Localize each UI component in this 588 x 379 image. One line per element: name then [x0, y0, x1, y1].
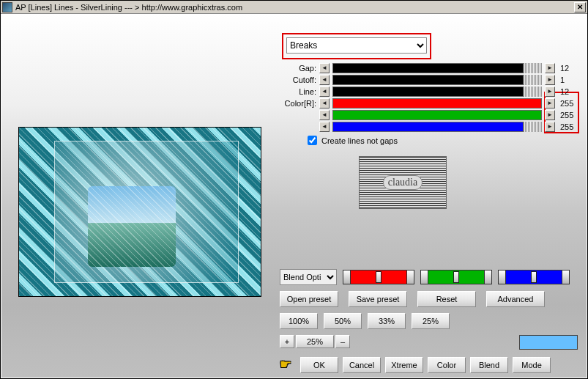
slider-hatched-icon	[523, 87, 542, 97]
zoom-current-button[interactable]: 25%	[296, 335, 334, 348]
titlebar: AP [Lines] Lines - SilverLining --- > ht…	[1, 1, 587, 14]
slider-color-b-inc[interactable]: ►	[545, 122, 555, 132]
slider-color-g-track[interactable]	[332, 110, 542, 120]
slider-hatched-icon	[523, 122, 542, 132]
slider-color-b-fill	[332, 122, 542, 132]
close-button[interactable]: ✕	[574, 2, 586, 12]
slider-hatched-icon	[523, 75, 542, 85]
slider-color-r-track[interactable]	[332, 98, 542, 108]
create-lines-label: Create lines not gaps	[321, 136, 398, 145]
slider-line-inc[interactable]: ►	[545, 87, 555, 97]
watermark-text: claudia	[383, 175, 423, 190]
app-icon	[2, 2, 12, 12]
watermark-logo: claudia	[359, 156, 447, 209]
slider-color-r-label: Color[R]:	[280, 99, 316, 108]
slider-line: Line: ◄ ► 12	[280, 86, 577, 97]
slider-line-dec[interactable]: ◄	[319, 87, 330, 97]
reset-button[interactable]: Reset	[417, 291, 476, 307]
slider-color-r: Color[R]: ◄ ► 255	[280, 97, 577, 109]
zoom-buttons-row: 100% 50% 33% 25%	[280, 313, 450, 329]
slider-color-r-value: 255	[558, 99, 577, 108]
save-preset-button[interactable]: Save preset	[349, 291, 407, 307]
slider-gap: Gap: ◄ ► 12	[280, 62, 577, 74]
slider-color-r-inc[interactable]: ►	[545, 98, 555, 108]
slider-line-value: 12	[558, 87, 577, 96]
slider-gap-dec[interactable]: ◄	[319, 63, 330, 73]
plugin-dialog: AP [Lines] Lines - SilverLining --- > ht…	[0, 0, 588, 379]
slider-color-g-value: 255	[558, 111, 577, 119]
cancel-button[interactable]: Cancel	[343, 357, 381, 373]
slider-color-g-fill	[332, 110, 542, 120]
slider-line-fill	[332, 87, 542, 97]
slider-gap-inc[interactable]: ►	[545, 63, 555, 73]
slider-thumb-icon[interactable]	[453, 271, 459, 283]
big-slider-g[interactable]	[420, 270, 492, 284]
slider-color-g: ◄ ► 255	[280, 109, 577, 121]
preview-hatch-overlay	[19, 128, 261, 296]
xtreme-button[interactable]: Xtreme	[385, 357, 423, 373]
open-preset-button[interactable]: Open preset	[280, 291, 338, 307]
slider-color-r-fill	[332, 98, 542, 108]
slider-cutoff: Cutoff: ◄ ► 1	[280, 74, 577, 86]
slider-cap-left-icon	[343, 271, 351, 284]
blend-and-rgb-row: Blend Opti	[280, 269, 579, 285]
preset-buttons-row: Open preset Save preset Reset Advanced	[280, 291, 545, 307]
slider-color-b-dec[interactable]: ◄	[319, 122, 330, 132]
color-swatch[interactable]	[519, 335, 578, 350]
slider-rows: Gap: ◄ ► 12 Cutoff: ◄	[280, 62, 577, 133]
zoom-stepper-row: + 25% –	[280, 335, 350, 348]
zoom-minus-button[interactable]: –	[335, 335, 350, 348]
blend-button[interactable]: Blend	[470, 357, 508, 373]
blend-options-dropdown[interactable]: Blend Opti	[280, 269, 337, 285]
pointing-hand-icon: ☛	[280, 357, 291, 372]
preview-image	[18, 127, 261, 297]
slider-gap-track[interactable]	[332, 63, 542, 73]
slider-cap-right-icon	[562, 271, 569, 284]
dialog-buttons-row: OK Cancel Xtreme Color Blend Mode	[300, 357, 551, 373]
slider-cutoff-label: Cutoff:	[280, 76, 316, 84]
slider-gap-label: Gap:	[280, 64, 316, 73]
big-slider-r[interactable]	[343, 270, 414, 284]
zoom-50-button[interactable]: 50%	[324, 313, 362, 329]
slider-thumb-icon[interactable]	[376, 271, 382, 283]
window-title: AP [Lines] Lines - SilverLining --- > ht…	[15, 3, 574, 12]
color-button[interactable]: Color	[428, 357, 466, 373]
slider-gap-value: 12	[558, 64, 577, 73]
create-lines-checkbox-row: Create lines not gaps	[308, 136, 398, 145]
zoom-plus-button[interactable]: +	[280, 335, 294, 348]
mode-button[interactable]: Mode	[513, 357, 551, 373]
slider-color-g-inc[interactable]: ►	[545, 110, 555, 120]
slider-cutoff-inc[interactable]: ►	[545, 75, 555, 85]
slider-cap-right-icon	[484, 271, 491, 284]
zoom-33-button[interactable]: 33%	[368, 313, 406, 329]
slider-gap-fill	[332, 63, 542, 73]
slider-cutoff-dec[interactable]: ◄	[319, 75, 330, 85]
zoom-100-button[interactable]: 100%	[280, 313, 318, 329]
advanced-button[interactable]: Advanced	[486, 291, 545, 307]
slider-color-g-dec[interactable]: ◄	[319, 110, 330, 120]
slider-color-b-track[interactable]	[332, 122, 542, 132]
slider-thumb-icon[interactable]	[531, 271, 537, 283]
slider-color-r-dec[interactable]: ◄	[319, 98, 330, 108]
slider-cutoff-track[interactable]	[332, 75, 542, 85]
slider-cutoff-value: 1	[558, 76, 577, 84]
slider-color-b-value: 255	[558, 122, 577, 131]
slider-color-b: ◄ ► 255	[280, 121, 577, 133]
slider-cap-right-icon	[406, 271, 414, 284]
client-area: Breaks Gap: ◄ ► 12 Cutoff:	[1, 14, 587, 378]
zoom-25-button[interactable]: 25%	[412, 313, 450, 329]
slider-cap-left-icon	[499, 271, 506, 284]
create-lines-checkbox[interactable]	[308, 136, 317, 145]
ok-button[interactable]: OK	[300, 357, 338, 373]
slider-hatched-icon	[523, 63, 542, 73]
slider-cutoff-fill	[332, 75, 542, 85]
slider-line-label: Line:	[280, 87, 316, 96]
slider-line-track[interactable]	[332, 87, 542, 97]
slider-cap-left-icon	[421, 271, 428, 284]
big-slider-b[interactable]	[498, 270, 570, 284]
mode-dropdown-wrap: Breaks	[286, 37, 427, 54]
mode-dropdown[interactable]: Breaks	[286, 37, 427, 54]
